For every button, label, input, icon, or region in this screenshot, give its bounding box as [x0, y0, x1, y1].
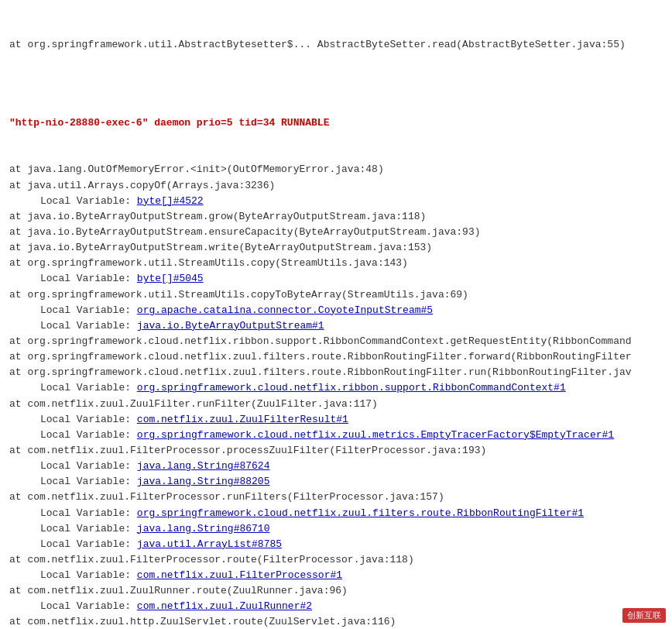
stack-line: Local Variable: java.lang.String#86710: [9, 521, 663, 537]
stack-line: at org.springframework.cloud.netflix.zuu…: [9, 349, 663, 365]
local-var-link[interactable]: byte[]#4522: [137, 195, 204, 207]
stack-line: Local Variable: com.netflix.zuul.ZuulRun…: [9, 599, 663, 614]
stack-trace-container: at org.springframework.util.AbstractByte…: [9, 6, 663, 629]
local-var-link[interactable]: org.springframework.cloud.netflix.zuul.m…: [137, 429, 614, 441]
stack-line: Local Variable: org.springframework.clou…: [9, 506, 663, 521]
local-var-label: Local Variable:: [40, 569, 137, 581]
local-var-link[interactable]: org.apache.catalina.connector.CoyoteInpu…: [137, 304, 433, 316]
local-var-link[interactable]: com.netflix.zuul.ZuulFilterResult#1: [137, 414, 348, 425]
stack-line: Local Variable: java.lang.String#88205: [9, 474, 663, 490]
local-var-label: Local Variable:: [40, 538, 137, 550]
top-truncated-line: at org.springframework.util.AbstractByte…: [9, 37, 663, 53]
stack-line: Local Variable: org.apache.catalina.conn…: [9, 303, 663, 318]
local-var-link[interactable]: com.netflix.zuul.FilterProcessor#1: [137, 569, 342, 581]
stack-line: at com.netflix.zuul.FilterProcessor.runF…: [9, 490, 663, 505]
watermark-badge: 创新互联: [622, 608, 666, 623]
stack-line: Local Variable: java.lang.String#87624: [9, 459, 663, 474]
stack-line: at com.netflix.zuul.FilterProcessor.rout…: [9, 552, 663, 568]
local-var-link[interactable]: byte[]#5045: [137, 273, 204, 284]
local-var-label: Local Variable:: [40, 476, 137, 487]
local-var-label: Local Variable:: [40, 507, 137, 519]
local-var-label: Local Variable:: [40, 600, 137, 612]
stack-line: at java.lang.OutOfMemoryError.<init>(Out…: [9, 162, 663, 177]
stack-line: at com.netflix.zuul.FilterProcessor.proc…: [9, 443, 663, 459]
local-var-link[interactable]: java.lang.String#86710: [137, 523, 270, 534]
local-var-link[interactable]: org.springframework.cloud.netflix.zuul.f…: [137, 507, 584, 519]
local-var-label: Local Variable:: [40, 429, 137, 441]
thread-header: "http-nio-28880-exec-6" daemon prio=5 ti…: [9, 115, 663, 131]
local-var-label: Local Variable:: [40, 195, 137, 207]
stack-line: at org.springframework.util.StreamUtils.…: [9, 256, 663, 271]
stack-line: at java.util.Arrays.copyOf(Arrays.java:3…: [9, 178, 663, 194]
stack-line: Local Variable: org.springframework.clou…: [9, 428, 663, 443]
local-var-label: Local Variable:: [40, 414, 137, 425]
stack-line: at com.netflix.zuul.ZuulRunner.route(Zuu…: [9, 583, 663, 599]
stack-line: Local Variable: com.netflix.zuul.ZuulFil…: [9, 412, 663, 428]
local-var-link[interactable]: com.netflix.zuul.ZuulRunner#2: [137, 600, 312, 612]
stack-line: at java.io.ByteArrayOutputStream.ensureC…: [9, 225, 663, 240]
local-var-link[interactable]: java.io.ByteArrayOutputStream#1: [137, 320, 324, 332]
stack-line: at java.io.ByteArrayOutputStream.write(B…: [9, 240, 663, 256]
stack-line: Local Variable: java.io.ByteArrayOutputS…: [9, 318, 663, 334]
local-var-link[interactable]: org.springframework.cloud.netflix.ribbon…: [137, 382, 566, 394]
stack-line: Local Variable: org.springframework.clou…: [9, 380, 663, 396]
local-var-link[interactable]: java.lang.String#87624: [137, 460, 270, 472]
local-var-link[interactable]: java.util.ArrayList#8785: [137, 538, 282, 550]
stack-line: at org.springframework.util.StreamUtils.…: [9, 287, 663, 303]
local-var-label: Local Variable:: [40, 320, 137, 332]
local-var-label: Local Variable:: [40, 523, 137, 534]
stack-line: Local Variable: byte[]#4522: [9, 194, 663, 209]
local-var-label: Local Variable:: [40, 273, 137, 284]
local-var-label: Local Variable:: [40, 382, 137, 394]
stack-line: Local Variable: com.netflix.zuul.FilterP…: [9, 568, 663, 583]
stack-line: at java.io.ByteArrayOutputStream.grow(By…: [9, 209, 663, 225]
local-var-label: Local Variable:: [40, 304, 137, 316]
local-var-link[interactable]: java.lang.String#88205: [137, 476, 270, 487]
stack-line: at com.netflix.zuul.http.ZuulServlet.rou…: [9, 614, 663, 629]
local-var-label: Local Variable:: [40, 460, 137, 472]
stack-line: Local Variable: java.util.ArrayList#8785: [9, 537, 663, 552]
stack-line: at com.netflix.zuul.ZuulFilter.runFilter…: [9, 397, 663, 412]
stack-line: at org.springframework.cloud.netflix.rib…: [9, 334, 663, 349]
stack-line: at org.springframework.cloud.netflix.zuu…: [9, 365, 663, 380]
stack-line: Local Variable: byte[]#5045: [9, 271, 663, 287]
